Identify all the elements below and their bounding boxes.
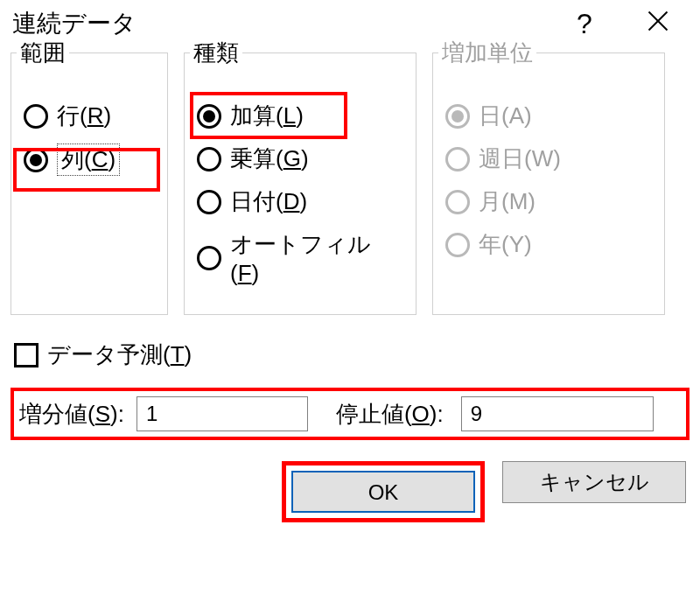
group-type-legend: 種類 [190, 38, 242, 68]
group-date-unit-legend: 増加単位 [438, 38, 536, 68]
radio-icon [445, 233, 470, 257]
close-icon[interactable] [639, 8, 677, 40]
radio-icon [445, 147, 470, 172]
checkbox-trend-label: データ予測(T) [47, 340, 192, 370]
stop-input[interactable] [461, 396, 654, 431]
radio-weekday: 週日(W) [445, 144, 647, 174]
radio-icon [197, 190, 221, 214]
radio-linear[interactable]: 加算(L) [197, 101, 398, 131]
radio-icon [445, 190, 470, 214]
help-icon[interactable]: ? [565, 8, 604, 40]
radio-year: 年(Y) [445, 229, 647, 260]
group-range-legend: 範囲 [17, 38, 69, 68]
ok-button[interactable]: OK [291, 471, 475, 513]
radio-year-label: 年(Y) [479, 229, 532, 260]
titlebar: 連続データ ? [0, 0, 700, 52]
radio-date[interactable]: 日付(D) [197, 186, 398, 217]
group-type: 種類 加算(L) 乗算(G) 日付(D) オートフィル(F) [184, 52, 416, 315]
radio-icon [197, 246, 221, 270]
radio-day-label: 日(A) [479, 101, 532, 131]
radio-icon [197, 104, 221, 129]
radio-weekday-label: 週日(W) [479, 144, 561, 174]
dialog-title: 連続データ [12, 7, 136, 40]
radio-month: 月(M) [445, 186, 647, 217]
dialog-content: 範囲 行(R) 列(C) 種類 加算(L) 乗算(G) [0, 52, 700, 533]
radio-autofill-label: オートフィル(F) [230, 229, 398, 287]
radio-icon [24, 104, 48, 129]
radio-day: 日(A) [445, 101, 647, 131]
dialog-buttons: OK キャンセル [10, 461, 690, 522]
radio-autofill[interactable]: オートフィル(F) [197, 229, 398, 287]
radio-linear-label: 加算(L) [230, 101, 304, 131]
radio-rows-label: 行(R) [57, 101, 111, 131]
checkbox-icon [14, 343, 38, 368]
radio-icon [197, 147, 221, 172]
group-range: 範囲 行(R) 列(C) [10, 52, 168, 315]
titlebar-actions: ? [565, 8, 688, 40]
step-label: 増分値(S): [19, 399, 124, 430]
cancel-button[interactable]: キャンセル [502, 461, 686, 503]
highlight-marker: OK [282, 461, 485, 522]
radio-icon [445, 104, 470, 129]
checkbox-trend[interactable]: データ予測(T) [14, 340, 686, 370]
radio-columns[interactable]: 列(C) [24, 144, 150, 176]
radio-icon [24, 148, 48, 172]
stop-label: 停止値(O): [336, 399, 444, 430]
radio-rows[interactable]: 行(R) [24, 101, 150, 131]
radio-date-label: 日付(D) [230, 186, 307, 217]
option-groups: 範囲 行(R) 列(C) 種類 加算(L) 乗算(G) [10, 52, 690, 315]
radio-growth-label: 乗算(G) [230, 144, 309, 174]
step-input[interactable] [136, 396, 308, 431]
step-stop-row: 増分値(S): 停止値(O): [10, 388, 690, 440]
radio-month-label: 月(M) [479, 186, 536, 217]
radio-growth[interactable]: 乗算(G) [197, 144, 398, 174]
group-date-unit: 増加単位 日(A) 週日(W) 月(M) 年(Y) [432, 52, 665, 315]
radio-columns-label: 列(C) [57, 144, 120, 176]
